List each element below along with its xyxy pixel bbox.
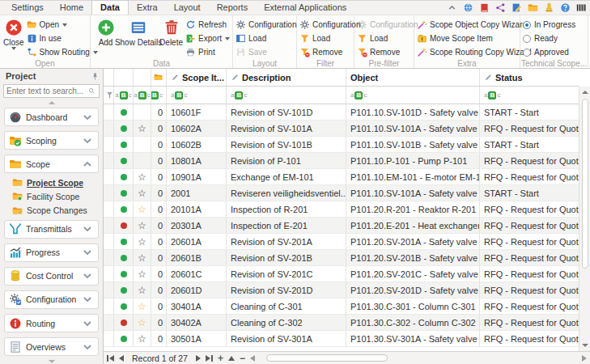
tab-external-applications[interactable]: External Applications — [256, 0, 354, 15]
favorite-star-cell[interactable]: ☆ — [134, 282, 151, 298]
tab-home[interactable]: Home — [52, 0, 91, 15]
favorite-star-cell[interactable]: ☆ — [134, 331, 151, 346]
tab-layout[interactable]: Layout — [166, 0, 209, 15]
tab-settings[interactable]: Settings — [3, 0, 52, 15]
edit-record-button[interactable] — [228, 356, 235, 361]
folder-icon[interactable] — [528, 2, 538, 13]
share-icon[interactable] — [495, 2, 506, 13]
table-row[interactable]: ☆020301AInspection of E-201P101.20.E-201… — [104, 218, 579, 234]
favorite-star-cell[interactable]: ☆ — [134, 185, 151, 201]
table-row[interactable]: ☆020601ARevision of SV-201AP101.20.SV-20… — [104, 234, 579, 250]
sidebar-item-configuration[interactable]: Configuration — [4, 290, 99, 309]
favorite-star-cell[interactable]: ☆ — [134, 201, 151, 217]
configuration-button[interactable]: Configuration — [299, 19, 360, 31]
favorite-star-cell[interactable]: ☆ — [134, 218, 151, 233]
show-details-button[interactable]: Show Details — [120, 18, 157, 48]
table-row[interactable]: ☆010602ARevision of SV-101AP101.10.SV-10… — [104, 121, 579, 137]
refresh-button[interactable]: Refresh — [185, 19, 230, 31]
collapse-ribbon-icon[interactable] — [447, 2, 457, 13]
table-row[interactable]: ☆020601DRevision of SV-201DP101.20.SV-20… — [104, 282, 579, 298]
sidebar-item-routing[interactable]: Routing — [4, 314, 99, 332]
table-row[interactable]: ☆020101AInspection of R-201P101.20.R-201… — [104, 201, 579, 218]
sidebar-item-overviews[interactable]: Overviews — [4, 337, 99, 356]
table-row[interactable]: ☆010901AExchange of EM-101P101.10.EM-101… — [104, 169, 579, 185]
favorite-star-cell[interactable]: ☆ — [134, 234, 151, 249]
favorite-star-cell[interactable]: ☆ — [134, 315, 151, 330]
remove-button[interactable]: Remove — [299, 46, 360, 58]
header-star-col[interactable] — [134, 69, 151, 86]
filter-status[interactable]: aBc — [480, 87, 579, 104]
filter-dot[interactable]: aBc — [114, 87, 134, 104]
in-use-button[interactable]: In use — [27, 32, 98, 44]
radio-in-progress[interactable]: In Progress — [523, 19, 575, 31]
table-row[interactable]: 010602BRevision of SV-101BP101.10.SV-101… — [104, 137, 579, 153]
stamp-icon[interactable] — [544, 2, 554, 13]
previous-record-button[interactable] — [119, 355, 124, 362]
book-icon[interactable] — [479, 2, 490, 13]
edit-note-icon[interactable] — [511, 2, 522, 13]
favorite-star-cell[interactable]: ☆ — [134, 298, 151, 314]
header-dot-col[interactable] — [114, 69, 134, 86]
delete-button[interactable]: Delete — [159, 18, 184, 48]
filter-star[interactable]: aBc — [134, 87, 151, 104]
hscroll-left-button[interactable] — [250, 355, 255, 362]
sidebar-item-scoping[interactable]: Scoping — [4, 131, 99, 150]
open-button[interactable]: Open — [27, 19, 98, 31]
delete-record-button[interactable]: − — [240, 354, 245, 362]
sidebar-item-cost-control[interactable]: Cost Control — [4, 267, 99, 286]
filter-description[interactable]: aBc — [227, 87, 346, 104]
horizontal-scrollbar[interactable] — [266, 353, 577, 362]
header-object[interactable]: Object — [346, 69, 480, 86]
tab-data[interactable]: Data — [91, 0, 129, 15]
table-row[interactable]: ☆02001Reviseren veiligheidsventiel...P10… — [104, 185, 579, 201]
sidebar-item-progress[interactable]: Progress — [4, 243, 99, 262]
table-row[interactable]: ☆020601BRevision of SV-201BP101.20.SV-20… — [104, 250, 579, 266]
vertical-scroll-thumb[interactable] — [582, 99, 588, 269]
globe-icon[interactable] — [463, 2, 473, 13]
search-input[interactable] — [4, 87, 88, 95]
sidebar-scroll-down[interactable] — [0, 358, 103, 364]
tab-extra[interactable]: Extra — [129, 0, 166, 15]
pin-icon[interactable] — [91, 72, 100, 81]
favorite-star-cell[interactable] — [134, 153, 151, 168]
header-status[interactable]: Status — [480, 69, 579, 86]
header-documents-col[interactable] — [151, 69, 167, 86]
configuration-button[interactable]: Configuration — [236, 19, 296, 31]
sidebar-scroll-up[interactable] — [0, 99, 103, 105]
sidebar-item-transmittals[interactable]: Transmittals — [4, 220, 99, 239]
load-button[interactable]: Load — [236, 32, 296, 44]
horizontal-scroll-thumb[interactable] — [266, 354, 388, 362]
hscroll-right-button[interactable] — [582, 355, 587, 362]
help-icon[interactable] — [560, 2, 571, 13]
table-row[interactable]: ☆030402ACleaning of C-302P101.30.C-302 -… — [104, 315, 579, 331]
favorite-star-cell[interactable] — [134, 137, 151, 152]
scroll-down-button[interactable] — [582, 340, 588, 351]
load-button[interactable]: Load — [357, 32, 418, 44]
sidebar-item-dashboard[interactable]: Dashboard — [4, 108, 99, 126]
close-button[interactable]: Close — [2, 18, 25, 51]
next-record-button[interactable] — [196, 355, 201, 362]
scope-routing-copy-wizard-button[interactable]: Scope Routing Copy Wizard — [417, 46, 532, 58]
sidebar-link-scope-changes[interactable]: Scope Changes — [0, 204, 103, 218]
export-button[interactable]: Export — [185, 32, 230, 44]
filter-object[interactable]: aBc — [346, 87, 480, 104]
filter-documents[interactable]: aBc — [151, 87, 167, 104]
last-record-button[interactable] — [206, 355, 213, 362]
remove-button[interactable]: Remove — [357, 46, 418, 58]
sidebar-link-project-scope[interactable]: Project Scope — [0, 176, 103, 189]
sidebar-item-scope[interactable]: Scope — [4, 154, 99, 173]
favorite-star-cell[interactable] — [134, 104, 151, 120]
sidebar-link-facility-scope[interactable]: Facility Scope — [0, 189, 103, 203]
table-row[interactable]: 010801ARevision of P-101P101.10.P-101 - … — [104, 153, 579, 169]
table-row[interactable]: 010601FRevision of SV-101DP101.10.SV-101… — [104, 104, 579, 121]
load-button[interactable]: Load — [299, 32, 360, 44]
first-record-button[interactable] — [107, 355, 114, 362]
append-record-button[interactable]: + — [218, 354, 223, 362]
header-description[interactable]: Description — [227, 69, 346, 86]
radio-approved[interactable]: Approved — [523, 46, 575, 58]
favorite-star-cell[interactable]: ☆ — [134, 250, 151, 265]
header-scope-item[interactable]: Scope It... — [167, 69, 227, 86]
vertical-scrollbar[interactable] — [579, 87, 590, 351]
table-row[interactable]: ☆030401ACleaning of C-301P101.30.C-301 -… — [104, 298, 579, 315]
move-scope-item-button[interactable]: Move Scope Item — [417, 32, 532, 44]
